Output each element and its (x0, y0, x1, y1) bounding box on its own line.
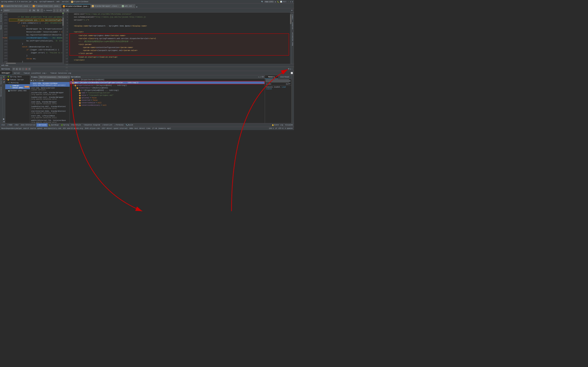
commit-side-label[interactable]: Commit (292, 13, 294, 21)
var-item-elementdata[interactable]: ▼ f elementData = {Object[1]@3332} (70, 87, 265, 89)
frame-item-3[interactable]: loadServlet:1117, StandardWrapper (org.a… (30, 96, 70, 100)
add-watch-btn[interactable]: + (258, 76, 259, 78)
var-item-optional[interactable]: f optional = false (70, 97, 265, 99)
close-icon[interactable]: ✕ (46, 72, 47, 74)
resume-btn[interactable]: ▶ (31, 79, 32, 82)
var-item-propvallist[interactable]: ▼ f propertyValueList = {ArrayList@3331}… (70, 84, 265, 87)
step-into-btn[interactable]: ↓ (36, 79, 37, 82)
xml-scrollbar[interactable] (290, 13, 291, 64)
tool-tab-visualgc[interactable]: VisualGC (284, 123, 294, 127)
tree-item-tomcat[interactable]: ▼ 🐱 Tomcat Server (5, 78, 30, 81)
more-tabs-icon[interactable]: ▼ (135, 6, 139, 8)
frame-item-8[interactable]: addChildInternal:726, ContainerBase (org… (30, 119, 70, 123)
sort-vars-btn[interactable]: ↕ (260, 76, 261, 78)
var-item-pvs[interactable]: ▼ f pvs = {HttpServletBean$ServletConfig… (70, 81, 265, 84)
profile-icon[interactable]: 📊 (280, 1, 282, 3)
tool-tab-git[interactable]: 9 Git (0, 123, 6, 127)
close-icon[interactable]: ✕ (133, 5, 134, 7)
minimize-svc-btn[interactable]: − (292, 68, 293, 70)
restart-svc-btn[interactable]: ↺ (3, 81, 5, 83)
toggle-btn[interactable]: ⎋ (59, 9, 62, 12)
frame-item-1[interactable]: init:158, GenericServlet (javax.servlet) (30, 87, 70, 91)
tree-item-tomcat-local[interactable]: 🐛 tomcat-local-pdai local (5, 84, 30, 89)
settings-icon[interactable]: ⚙ (292, 1, 293, 3)
structure-side-label[interactable]: Structure (0, 13, 2, 24)
server-tab[interactable]: Server (12, 71, 22, 75)
collapse-all-btn[interactable]: ⊟ (19, 68, 21, 70)
tool-tab-todo[interactable]: 6 TODO (6, 123, 13, 127)
persistence-label[interactable]: Persistence (0, 85, 2, 98)
tree-item-docker[interactable]: 🐋 Docker-pdai-mac (5, 89, 30, 92)
tree-item-running[interactable]: ▼ ▶ Running (5, 81, 30, 84)
tab-standardwrapper[interactable]: C StandardWrapper.class ✕ (90, 4, 121, 8)
search-input[interactable] (3, 9, 28, 12)
run-to-cursor-btn[interactable]: ⤵ (39, 79, 40, 82)
git-check-icon[interactable]: ✓ (288, 1, 289, 3)
settings-svc-btn[interactable]: ⚙ (288, 68, 290, 70)
close-icon[interactable]: ✕ (59, 5, 60, 7)
frame-item-0[interactable]: ✓ init:158, HttpServletBean (org.springf… (30, 82, 70, 87)
tool-tab-spotbugs[interactable]: 🐛 SpotBugs (48, 123, 60, 127)
pause-svc-btn[interactable]: ⏸ (3, 120, 5, 123)
tool-tab-javaee[interactable]: Java Enterprise (19, 123, 36, 127)
add-btn[interactable]: + (28, 68, 31, 70)
nav-icon-search[interactable]: 🔍 (261, 1, 263, 3)
filter-svc-btn[interactable]: ▿ (22, 68, 24, 70)
frame-item-5[interactable]: loadOnStartup:4957, StandardContext (org… (30, 105, 70, 110)
smart-step-btn[interactable]: ⊞ (42, 79, 43, 82)
tool-tab-checkstyle[interactable]: CheckStyle (70, 123, 82, 127)
tool-tab-terminal[interactable]: ⬚ Terminal (114, 123, 125, 127)
git-x-icon[interactable]: ✗ (290, 1, 291, 3)
tool-tab-build[interactable]: 🔧 Build (125, 123, 134, 127)
filter-vars-btn[interactable]: ▿ (261, 76, 262, 78)
close-icon[interactable]: ✕ (29, 5, 30, 7)
catalina-log-tab[interactable]: Tomcat Catalina Log (49, 71, 73, 75)
prev-result-btn[interactable]: ↑ (53, 9, 56, 12)
editor-scrollbar[interactable] (62, 13, 64, 63)
var-item-0[interactable]: ▼ f 0 = {PropertyValue@3333} ... toStrin… (70, 89, 265, 92)
structure-icon[interactable]: ☰ (1, 9, 2, 11)
search-clear-btn[interactable]: ✕ (28, 9, 32, 12)
tool-tab-eventlog[interactable]: 🔔 Event Log (271, 123, 284, 127)
editor-hscroll[interactable] (3, 63, 64, 64)
tree-item-springboot[interactable]: ▶ 🌿 Spring Boot (5, 75, 30, 78)
frame-item-6[interactable]: startInternal:5264, StandardContext (org… (30, 110, 70, 115)
stop-btn[interactable]: ■ (25, 68, 28, 70)
force-step-btn[interactable]: ⇒ (40, 79, 42, 82)
database-side-label[interactable]: Database (292, 21, 294, 31)
frame-item-2[interactable]: initServlet:1164, StandardWrapper (org.a… (30, 91, 70, 96)
overhead-tab[interactable]: Overhead (278, 75, 291, 79)
whole-word-btn[interactable]: W (36, 9, 40, 12)
debug-icon[interactable]: 🐛 (277, 1, 279, 3)
tab-httpservletbean[interactable]: J HttpServletBean.java ✕ (62, 4, 90, 8)
stop-svc-btn[interactable]: ■ (3, 78, 5, 81)
close-icon[interactable]: ✕ (88, 5, 89, 7)
expand-panel-btn[interactable]: ⬜ (291, 72, 293, 74)
filter-btn[interactable]: ≡ (63, 9, 65, 12)
multiline-btn[interactable]: ⊞ (66, 9, 69, 12)
step-over-btn[interactable]: ↷ (34, 79, 36, 82)
maven-side-label[interactable]: Maven (0, 24, 2, 31)
close-search-btn[interactable]: ✕ (290, 9, 293, 12)
tool-tab-run[interactable]: 4 Run (13, 123, 19, 127)
app-label[interactable]: App (23) (264, 1, 274, 3)
memory-tab[interactable]: Memory (265, 75, 278, 79)
beanval-side-label[interactable]: Bean Validation (292, 31, 294, 47)
settings-vars-btn[interactable]: ⚙ (262, 76, 264, 78)
expand-all-btn[interactable]: ⊞ (16, 68, 18, 70)
tool-tab-sonar[interactable]: ☀ SonarLint (101, 123, 114, 127)
match-case-btn[interactable]: Aa (32, 9, 36, 12)
tab-framework-servlet[interactable]: J FrameworkServlet.java ✕ (32, 4, 62, 8)
frame-item-7[interactable]: start:183, LifecycleBase (org.apache.cat… (30, 115, 70, 119)
tool-tab-services[interactable]: 8 Services (36, 123, 48, 127)
memory-settings-btn[interactable]: ⚙ (289, 80, 291, 82)
thread-selector[interactable]: "RMI TCP Connection(2)-... "RMI Runtime"… (38, 76, 70, 78)
gear-svc-btn[interactable]: ≡ (290, 68, 291, 70)
tool-tab-spring[interactable]: 🌿 Spring (60, 123, 70, 127)
next-result-btn[interactable]: ↓ (56, 9, 59, 12)
tab-dispatcher-servlet[interactable]: J DispatcherServlet.java ✕ (0, 4, 32, 8)
memory-search[interactable] (266, 79, 289, 82)
var-item-this[interactable]: ▶ f this = {DispatcherServlet@3255} (70, 79, 265, 81)
var-item-convertedvalue[interactable]: f convertedValue = null (70, 102, 265, 104)
tomcat-log-tab[interactable]: Tomcat Localhost Log ✕ (22, 71, 49, 75)
